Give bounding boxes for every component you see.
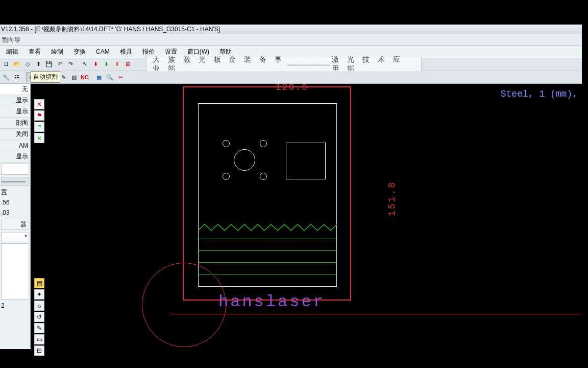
mini-toolbar: ✕ ⚑ ≡ ⨯ ▤ ✦ ☼ ↺ ✎ ▭ ⊟ [34, 99, 45, 356]
green-line-2 [198, 250, 337, 251]
open-icon[interactable]: 📂 [12, 59, 22, 69]
tag-icon[interactable]: ◇ [22, 59, 33, 69]
mini-refresh-icon[interactable]: ↺ [34, 312, 44, 322]
part-outline [198, 103, 337, 287]
menu-bar[interactable]: 编辑 查看 绘制 变换 CAM 模具 报价 设置 窗口(W) 帮助 [0, 46, 582, 57]
side-item-show2[interactable]: 显示 [0, 106, 30, 118]
menu-cam[interactable]: CAM [91, 47, 115, 57]
mini-cross-icon[interactable]: ⨯ [34, 133, 44, 143]
cut-circle-tl [223, 140, 230, 147]
cut-circle-br [260, 173, 267, 180]
drawing-canvas[interactable]: 120.0 151.8 Steel, 1 (mm), [31, 84, 582, 349]
side-num-2: .03 [0, 208, 30, 218]
dimension-right: 151.8 [387, 181, 397, 216]
green-line-1 [198, 239, 337, 239]
side-slider[interactable] [1, 177, 29, 186]
mini-layer-icon[interactable]: ▤ [34, 278, 44, 288]
mini-spark-icon[interactable]: ✦ [34, 289, 44, 300]
mini-x-red-icon[interactable]: ✕ [34, 99, 44, 109]
menu-transform[interactable]: 变换 [68, 46, 91, 58]
side-item-none[interactable]: 无 [0, 84, 30, 95]
cut-circle-bl [223, 173, 230, 180]
side-item-close[interactable]: 关闭 [0, 129, 30, 140]
barcode-icon[interactable]: ▥ [69, 72, 79, 82]
mini-lines-icon[interactable]: ≡ [34, 122, 44, 132]
undo-icon[interactable]: ↶ [55, 59, 65, 69]
side-num-3: 2 [0, 301, 30, 311]
mini-gear-icon[interactable]: ☼ [34, 301, 44, 311]
mini-ruler-icon[interactable]: ▭ [34, 334, 44, 344]
side-preview [1, 243, 29, 300]
side-input-1[interactable] [1, 164, 29, 175]
cut-circle-tr [260, 140, 267, 147]
cursor-icon[interactable]: ↖ [80, 59, 90, 69]
side-panel: 无 显示 显示 剖面 关闭 AM 显示 置 .56 .03 器 2 [0, 84, 31, 349]
new-icon[interactable]: 🗋 [1, 59, 11, 69]
mini-pen2-icon[interactable]: ✎ [34, 323, 44, 333]
side-item-section[interactable]: 剖面 [0, 118, 30, 129]
save-icon[interactable]: 💾 [44, 59, 54, 69]
menu-edit[interactable]: 编辑 [1, 46, 23, 58]
wrench-icon[interactable]: 🔧 [1, 72, 11, 82]
green-line-4 [198, 274, 337, 274]
green-line-3 [198, 262, 337, 263]
cut-square [286, 143, 326, 179]
side-item-show1[interactable]: 显示 [0, 95, 30, 106]
cut-circle-center [234, 149, 255, 171]
tool-path-circle [142, 263, 226, 347]
banner-dash: ───────── [285, 61, 332, 68]
grid-blue-icon[interactable]: ▦ [94, 72, 104, 82]
menu-view[interactable]: 查看 [23, 46, 46, 58]
sort-box-icon[interactable]: ⊞ [122, 59, 133, 69]
tooltip-autocut: 自动切割 [31, 71, 60, 83]
sort-up-icon[interactable]: ⬆ [112, 59, 122, 69]
toolbar-row-2: 🔧 ☷ ※ ⬇ ⚙ ✎ ▥ NC ▦ 🔍 ✂ 自动切割 [0, 71, 582, 84]
side-num-1: .56 [0, 197, 30, 208]
title-bar[interactable]: V12.1.358 - [E:\视频录制资料\14\14.DFT* 'G' HA… [0, 25, 582, 34]
nc-icon[interactable]: NC [80, 72, 90, 82]
zigzag-line [198, 223, 337, 233]
mini-bars-icon[interactable]: ⊟ [34, 346, 44, 356]
side-item-show3[interactable]: 显示 [0, 151, 30, 163]
mini-flag-icon[interactable]: ⚑ [34, 110, 44, 121]
scissors-icon[interactable]: ✂ [115, 72, 126, 82]
side-label-place: 置 [0, 187, 30, 197]
sheet-baseline [170, 314, 582, 314]
redo-icon[interactable]: ↷ [65, 59, 76, 69]
tree-icon[interactable]: ☷ [12, 72, 22, 82]
menu-mold[interactable]: 模具 [115, 46, 137, 58]
import-icon[interactable]: ⬆ [33, 59, 43, 69]
title-text: V12.1.358 - [E:\视频录制资料\14\14.DFT* 'G' HA… [1, 25, 220, 34]
side-dropdown[interactable] [1, 232, 29, 241]
zoom-icon[interactable]: 🔍 [105, 72, 115, 82]
sort-down-red-icon[interactable]: ⬇ [90, 59, 101, 69]
banner: 大 族 激 光 板 金 装 备 事 业 部 ───────── 激 光 技 术 … [146, 58, 422, 71]
sort-down-green-icon[interactable]: ⬇ [101, 59, 111, 69]
toolbars: 🗋 📂 ◇ ⬆ 💾 ↶ ↷ ↖ ⬇ ⬇ ⬆ ⊞ 大 族 激 光 板 金 装 备 … [0, 57, 582, 84]
toolbar-row-1: 🗋 📂 ◇ ⬆ 💾 ↶ ↷ ↖ ⬇ ⬇ ⬆ ⊞ 大 族 激 光 板 金 装 备 … [0, 57, 582, 71]
side-btn-machine[interactable]: 器 [1, 219, 29, 230]
wizard-bar: 割向导 [0, 34, 582, 46]
material-label: Steel, 1 (mm), [501, 89, 578, 99]
menu-draw[interactable]: 绘制 [46, 46, 68, 58]
brand-text: hanslaser [218, 292, 325, 311]
side-item-am[interactable]: AM [0, 140, 30, 151]
